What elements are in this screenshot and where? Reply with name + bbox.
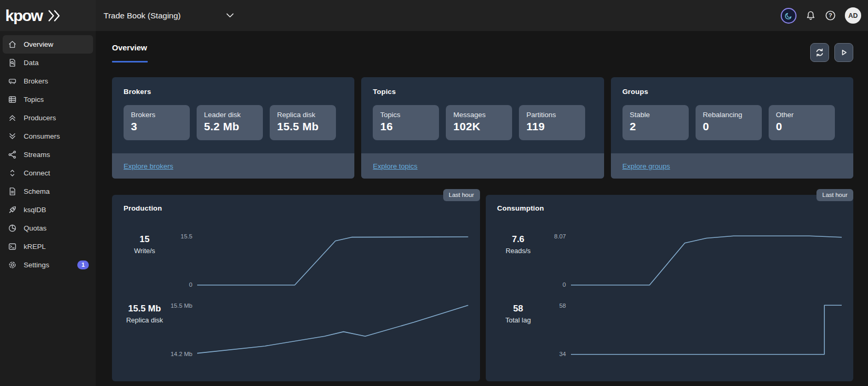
sidebar-item-producers[interactable]: Producers [3,109,93,127]
stat-value: 15.5 Mb [124,304,166,314]
total-lag-chart-row: 58 Total lag 58 34 [497,302,842,357]
sidebar-item-settings[interactable]: Settings 1 [3,256,93,274]
replica-disk-chart-row: 15.5 Mb Replica disk 15.5 Mb 14.2 Mb [124,302,468,357]
table-icon [8,95,17,104]
consumption-card: Last hour Consumption 7.6 Reads/s 8.07 0 [486,195,854,381]
play-button[interactable] [834,43,853,62]
y-axis-min-label: 14.2 Mb [170,351,192,357]
sidebar-item-topics[interactable]: Topics [3,90,93,109]
stat-value: 15 [124,234,166,245]
stat-tile: Replica disk 15.5 Mb [270,105,336,140]
stat-value: 119 [526,120,581,133]
topics-card: Topics Topics 16 Messages 102K Partition… [361,77,604,179]
sidebar-item-label: Settings [24,261,77,269]
stat-label: Reads/s [497,247,539,255]
notifications-button[interactable] [805,11,816,21]
sidebar-item-label: Brokers [24,77,89,85]
sidebar-item-label: Connect [24,169,89,177]
sidebar-item-label: Schema [24,187,89,195]
help-icon: ? [825,10,836,21]
user-avatar[interactable]: AD [845,7,861,24]
gear-icon [8,260,17,269]
sidebar-item-label: Topics [24,96,89,103]
explore-topics-link[interactable]: Explore topics [373,162,417,170]
rocket-icon [8,205,17,214]
data-search-doc-icon [8,58,17,67]
sidebar-item-brokers[interactable]: Brokers [3,72,93,90]
stat-value: 15.5 Mb [277,120,332,133]
sidebar: Overview Data Brokers Topics Producers C… [0,31,96,386]
chart-title: Production [124,204,468,212]
play-icon [839,48,849,57]
stat-tile: Rebalancing 0 [696,105,762,140]
production-card: Last hour Production 15 Write/s 15.5 0 [112,195,480,381]
stat-label: Partitions [526,111,581,119]
summary-cards-row: Brokers Brokers 3 Leader disk 5.2 Mb Rep… [112,77,853,179]
sidebar-item-label: Consumers [24,132,89,140]
sidebar-item-quotas[interactable]: Quotas [3,219,93,237]
writes-chart-row: 15 Write/s 15.5 0 [124,233,468,288]
sidebar-item-label: Quotas [24,224,89,232]
brokers-card: Brokers Brokers 3 Leader disk 5.2 Mb Rep… [112,77,354,179]
stat-value: 5.2 Mb [204,120,259,133]
terminal-icon [8,242,17,251]
chart-cards-row: Last hour Production 15 Write/s 15.5 0 [112,195,853,381]
sidebar-item-consumers[interactable]: Consumers [3,127,93,145]
sidebar-item-data[interactable]: Data [3,54,93,72]
groups-card: Groups Stable 2 Rebalancing 0 Other 0 [611,77,853,179]
topbar-actions: ? AD [781,7,868,24]
pie-icon [8,224,17,233]
kpow-logo[interactable]: kpow [5,8,64,24]
y-axis-min-label: 0 [563,281,566,288]
page-header: Overview [112,43,853,62]
y-axis-max-label: 8.07 [554,233,566,239]
stat-value: 58 [497,304,539,314]
stat-value: 0 [703,120,758,133]
chevron-down-icon [226,13,234,18]
theme-toggle-button[interactable] [781,8,796,24]
stat-label: Total lag [497,316,539,324]
replica-disk-sparkline [197,302,468,357]
stat-value: 2 [630,120,685,133]
sidebar-item-schema[interactable]: Schema [3,182,93,201]
sidebar-item-krepl[interactable]: kREPL [3,237,93,256]
chevrons-down-icon [8,132,17,141]
sidebar-item-connect[interactable]: Connect [3,164,93,182]
card-footer: Explore groups [611,153,853,179]
main-content: Overview [96,31,868,386]
cluster-selector[interactable]: Trade Book (Staging) [104,11,234,20]
sidebar-item-streams[interactable]: Streams [3,145,93,164]
logo-text: kpow [5,8,43,24]
svg-text:?: ? [829,12,832,18]
sidebar-item-ksqldb[interactable]: ksqlDB [3,201,93,219]
sidebar-item-label: kREPL [24,243,89,251]
sidebar-item-label: Data [24,59,89,67]
sidebar-item-label: ksqlDB [24,206,89,214]
sidebar-item-label: Producers [24,114,89,122]
last-hour-badge: Last hour [443,189,480,201]
title-underline [112,61,148,62]
stat-label: Write/s [124,247,166,255]
explore-brokers-link[interactable]: Explore brokers [124,162,173,170]
explore-groups-link[interactable]: Explore groups [622,162,670,170]
refresh-button[interactable] [810,43,829,62]
share-icon [8,150,17,159]
reads-chart-row: 7.6 Reads/s 8.07 0 [497,233,842,288]
last-hour-badge: Last hour [816,189,853,201]
sidebar-item-overview[interactable]: Overview [3,35,93,54]
total-lag-sparkline [571,302,842,357]
sidebar-item-label: Streams [24,151,89,159]
stat-tile: Leader disk 5.2 Mb [197,105,263,140]
stat-label: Replica disk [277,111,332,119]
stat-tile: Stable 2 [622,105,689,140]
stat-label: Leader disk [204,111,259,119]
y-axis-max-label: 15.5 [181,233,192,239]
card-title: Brokers [124,88,343,96]
y-axis-min-label: 34 [559,351,566,357]
card-title: Groups [622,88,842,96]
stat-label: Brokers [131,111,186,119]
header-buttons [810,43,853,62]
stat-tile: Messages 102K [446,105,512,140]
help-button[interactable]: ? [825,10,836,21]
topbar-logo-area: kpow [0,0,96,31]
